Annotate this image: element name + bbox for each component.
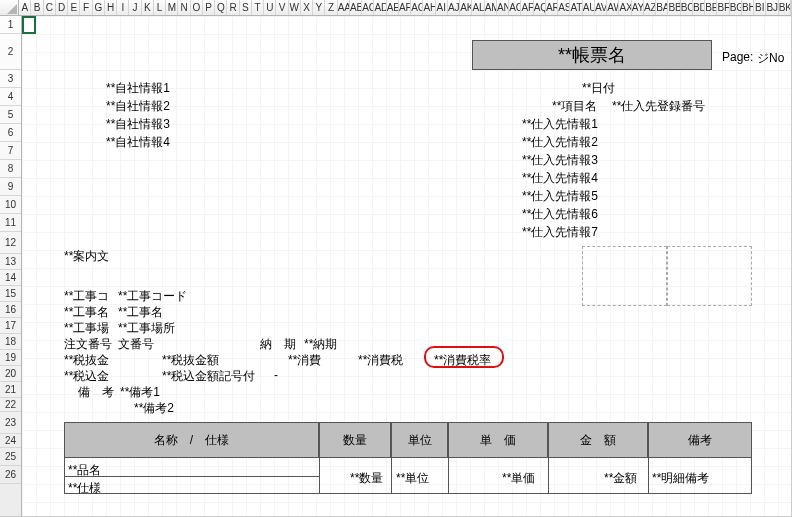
col-header-A[interactable]: A <box>19 0 31 15</box>
col-header-AU[interactable]: AU <box>583 0 595 15</box>
f20b: **備考1 <box>120 384 160 401</box>
col-header-BB[interactable]: BB <box>668 0 680 15</box>
col-header-Z[interactable]: Z <box>325 0 337 15</box>
col-header-BI[interactable]: BI <box>754 0 766 15</box>
col-header-U[interactable]: U <box>264 0 276 15</box>
col-header-Q[interactable]: Q <box>215 0 227 15</box>
col-header-BC[interactable]: BC <box>681 0 693 15</box>
row-header-7[interactable]: 7 <box>0 142 21 160</box>
col-header-B[interactable]: B <box>31 0 43 15</box>
col-header-T[interactable]: T <box>252 0 264 15</box>
col-header-AY[interactable]: AY <box>632 0 644 15</box>
col-header-AF[interactable]: AF <box>399 0 411 15</box>
col-header-AM[interactable]: AM <box>485 0 497 15</box>
row-header-10[interactable]: 10 <box>0 196 21 214</box>
row-header-8[interactable]: 8 <box>0 160 21 178</box>
col-header-AD[interactable]: AD <box>374 0 386 15</box>
col-header-K[interactable]: K <box>142 0 154 15</box>
row-header-22[interactable]: 22 <box>0 398 21 412</box>
col-header-F[interactable]: F <box>80 0 92 15</box>
col-header-AR[interactable]: AR <box>546 0 558 15</box>
row-header-2[interactable]: 2 <box>0 34 21 70</box>
col-header-BE[interactable]: BE <box>705 0 717 15</box>
row-header-17[interactable]: 17 <box>0 318 21 334</box>
dashed-box-2 <box>667 246 752 306</box>
col-header-I[interactable]: I <box>117 0 129 15</box>
row-header-11[interactable]: 11 <box>0 214 21 232</box>
col-header-AE[interactable]: AE <box>387 0 399 15</box>
row-header-19[interactable]: 19 <box>0 350 21 366</box>
cell-grid[interactable]: **帳票名 Page: ジNo **自社情報1 **自社情報2 **自社情報3 … <box>22 16 791 516</box>
col-header-Y[interactable]: Y <box>313 0 325 15</box>
col-header-AL[interactable]: AL <box>472 0 484 15</box>
col-header-AQ[interactable]: AQ <box>534 0 546 15</box>
th-qty: 数量 <box>319 422 391 458</box>
col-header-BH[interactable]: BH <box>742 0 754 15</box>
guide-text: **案内文 <box>64 248 109 265</box>
col-header-C[interactable]: C <box>44 0 56 15</box>
col-header-D[interactable]: D <box>56 0 68 15</box>
col-header-G[interactable]: G <box>93 0 105 15</box>
row-header-12[interactable]: 12 <box>0 232 21 254</box>
vline-5 <box>648 458 649 494</box>
row-header-13[interactable]: 13 <box>0 254 21 270</box>
col-header-AP[interactable]: AP <box>521 0 533 15</box>
col-header-BK[interactable]: BK <box>779 0 791 15</box>
col-header-P[interactable]: P <box>203 0 215 15</box>
col-header-BG[interactable]: BG <box>730 0 742 15</box>
row-header-24[interactable]: 24 <box>0 434 21 448</box>
col-header-AA[interactable]: AA <box>338 0 350 15</box>
col-header-AT[interactable]: AT <box>570 0 582 15</box>
row-header-18[interactable]: 18 <box>0 334 21 350</box>
row-header-14[interactable]: 14 <box>0 270 21 286</box>
col-header-W[interactable]: W <box>289 0 301 15</box>
row-header-26[interactable]: 26 <box>0 466 21 484</box>
active-cell-indicator <box>22 16 36 34</box>
col-header-BD[interactable]: BD <box>693 0 705 15</box>
row-header-5[interactable]: 5 <box>0 106 21 124</box>
row-header-15[interactable]: 15 <box>0 286 21 302</box>
col-header-AB[interactable]: AB <box>350 0 362 15</box>
row-header-9[interactable]: 9 <box>0 178 21 196</box>
row-header-4[interactable]: 4 <box>0 88 21 106</box>
row-header-3[interactable]: 3 <box>0 70 21 88</box>
col-header-BJ[interactable]: BJ <box>766 0 778 15</box>
col-header-AJ[interactable]: AJ <box>448 0 460 15</box>
col-header-AW[interactable]: AW <box>607 0 619 15</box>
col-header-J[interactable]: J <box>129 0 141 15</box>
row-header-25[interactable]: 25 <box>0 448 21 466</box>
col-header-AX[interactable]: AX <box>619 0 631 15</box>
col-header-AI[interactable]: AI <box>436 0 448 15</box>
col-header-AK[interactable]: AK <box>460 0 472 15</box>
th-amount: 金 額 <box>548 422 648 458</box>
select-all-button[interactable] <box>0 0 19 15</box>
col-header-BF[interactable]: BF <box>717 0 729 15</box>
col-header-AG[interactable]: AG <box>411 0 423 15</box>
col-header-E[interactable]: E <box>68 0 80 15</box>
col-header-BA[interactable]: BA <box>656 0 668 15</box>
row-header-20[interactable]: 20 <box>0 366 21 382</box>
col-header-O[interactable]: O <box>191 0 203 15</box>
col-header-AN[interactable]: AN <box>497 0 509 15</box>
row-header-6[interactable]: 6 <box>0 124 21 142</box>
col-header-AV[interactable]: AV <box>595 0 607 15</box>
col-header-AZ[interactable]: AZ <box>644 0 656 15</box>
col-header-AO[interactable]: AO <box>509 0 521 15</box>
col-header-X[interactable]: X <box>301 0 313 15</box>
col-header-N[interactable]: N <box>178 0 190 15</box>
row-header-21[interactable]: 21 <box>0 382 21 398</box>
col-header-AH[interactable]: AH <box>423 0 435 15</box>
col-header-H[interactable]: H <box>105 0 117 15</box>
row-header-1[interactable]: 1 <box>0 16 21 34</box>
col-header-R[interactable]: R <box>227 0 239 15</box>
col-header-L[interactable]: L <box>154 0 166 15</box>
col-header-V[interactable]: V <box>276 0 288 15</box>
vendor-5: **仕入先情報5 <box>522 188 598 205</box>
own-info-3: **自社情報3 <box>106 116 170 133</box>
row-header-23[interactable]: 23 <box>0 412 21 434</box>
col-header-AS[interactable]: AS <box>558 0 570 15</box>
col-header-S[interactable]: S <box>240 0 252 15</box>
col-header-AC[interactable]: AC <box>362 0 374 15</box>
col-header-M[interactable]: M <box>166 0 178 15</box>
row-header-16[interactable]: 16 <box>0 302 21 318</box>
